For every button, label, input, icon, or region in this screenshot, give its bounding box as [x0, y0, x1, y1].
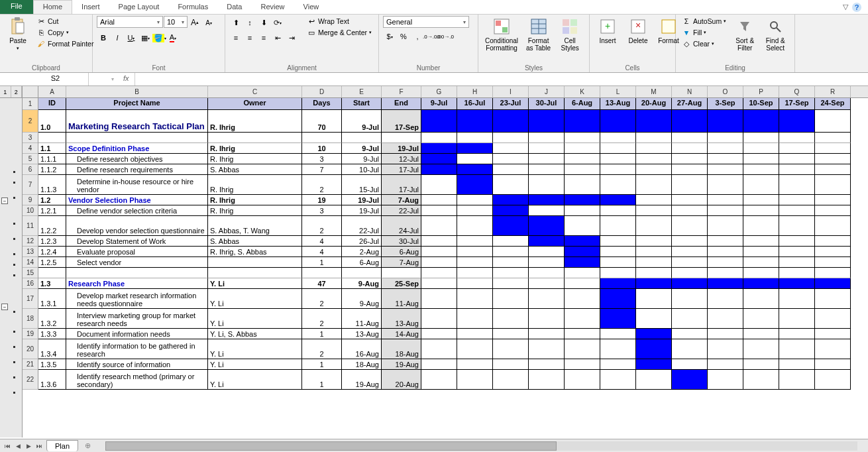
cell[interactable]: 15-Jul	[342, 175, 382, 195]
cell[interactable]: R. Ihrig	[208, 175, 302, 195]
header-cell[interactable]: 13-Aug	[600, 98, 636, 110]
cell[interactable]	[421, 175, 457, 195]
cell[interactable]	[529, 329, 565, 339]
cell[interactable]	[708, 164, 743, 175]
col-header-G[interactable]: G	[421, 86, 457, 97]
cell[interactable]	[565, 175, 600, 195]
col-header-F[interactable]: F	[382, 86, 421, 97]
cell[interactable]: 19	[302, 195, 342, 205]
cell[interactable]	[815, 133, 851, 143]
cell[interactable]	[421, 339, 457, 359]
orientation-button[interactable]: ⟳▾	[271, 16, 284, 29]
cell[interactable]	[600, 205, 636, 216]
row-header-20[interactable]: 20	[23, 339, 38, 359]
col-header-P[interactable]: P	[743, 86, 779, 97]
cell[interactable]: Document information needs	[66, 329, 208, 339]
cell[interactable]	[815, 329, 851, 339]
cell[interactable]	[672, 175, 708, 195]
cell[interactable]: 13-Aug	[342, 329, 382, 339]
row-header-18[interactable]: 18	[23, 309, 38, 329]
cell[interactable]: S. Abbas	[208, 236, 302, 247]
cell[interactable]: Y. Li	[208, 289, 302, 309]
underline-button[interactable]: U▾	[125, 31, 138, 44]
shrink-font-button[interactable]: A▾	[202, 16, 215, 29]
insert-cells-button[interactable]: +Insert	[594, 16, 622, 46]
cell[interactable]	[779, 154, 815, 164]
font-color-button[interactable]: A▾	[166, 31, 180, 44]
formula-input[interactable]	[135, 73, 868, 85]
row-header-9[interactable]: 9	[23, 195, 38, 205]
cell[interactable]: 19-Jul	[342, 195, 382, 205]
grow-font-button[interactable]: A▴	[188, 16, 201, 29]
cell[interactable]	[815, 164, 851, 175]
cell[interactable]	[815, 339, 851, 359]
header-cell[interactable]: Owner	[208, 98, 302, 110]
cell[interactable]	[565, 164, 600, 175]
cell[interactable]: 1.1.1	[38, 154, 66, 164]
cell[interactable]	[636, 339, 672, 359]
cell[interactable]	[743, 236, 779, 247]
cell[interactable]	[600, 216, 636, 236]
cell[interactable]	[779, 216, 815, 236]
cell[interactable]	[815, 195, 851, 205]
horizontal-scrollbar[interactable]	[105, 441, 857, 451]
cell[interactable]	[815, 154, 851, 164]
cell[interactable]	[457, 329, 493, 339]
cell[interactable]	[457, 257, 493, 268]
cell[interactable]	[600, 278, 636, 289]
cell[interactable]	[672, 339, 708, 359]
header-cell[interactable]: 16-Jul	[457, 98, 493, 110]
cell[interactable]	[565, 257, 600, 268]
cell[interactable]	[565, 339, 600, 359]
cell[interactable]	[342, 133, 382, 143]
cut-button[interactable]: ✂Cut	[34, 16, 95, 27]
tab-data[interactable]: Data	[217, 0, 251, 14]
cell[interactable]	[421, 247, 457, 257]
header-cell[interactable]: ID	[38, 98, 66, 110]
cell[interactable]	[493, 359, 529, 370]
cell[interactable]	[457, 359, 493, 370]
cell[interactable]	[815, 309, 851, 329]
delete-cells-button[interactable]: ×Delete	[624, 16, 652, 46]
cell[interactable]: 1.2.4	[38, 247, 66, 257]
cell[interactable]	[457, 309, 493, 329]
cell[interactable]	[493, 236, 529, 247]
cell[interactable]	[565, 289, 600, 309]
fx-button[interactable]: fx	[118, 73, 135, 85]
header-cell[interactable]: 6-Aug	[565, 98, 600, 110]
cell[interactable]	[457, 164, 493, 175]
cell[interactable]: 1.3.3	[38, 329, 66, 339]
help-icon[interactable]: ?	[852, 3, 861, 12]
cell[interactable]	[779, 339, 815, 359]
row-header-5[interactable]: 5	[23, 154, 38, 164]
cell[interactable]	[565, 195, 600, 205]
cell[interactable]: 20-Aug	[382, 370, 421, 390]
cell[interactable]	[38, 133, 66, 143]
align-center-button[interactable]: ≡	[243, 31, 256, 44]
cell[interactable]	[672, 359, 708, 370]
cell[interactable]	[493, 370, 529, 390]
cell[interactable]	[636, 154, 672, 164]
cell[interactable]: R. Ihrig	[208, 205, 302, 216]
cell[interactable]	[708, 205, 743, 216]
cell[interactable]	[708, 359, 743, 370]
cell[interactable]	[493, 257, 529, 268]
cell[interactable]: Scope Definition Phase	[66, 143, 208, 154]
cell[interactable]	[457, 110, 493, 133]
cell[interactable]	[493, 133, 529, 143]
tab-insert[interactable]: Insert	[72, 0, 109, 14]
bold-button[interactable]: B	[97, 31, 110, 44]
cell[interactable]: 1.3.1	[38, 289, 66, 309]
cell[interactable]: S. Abbas	[208, 164, 302, 175]
cell[interactable]	[815, 110, 851, 133]
header-cell[interactable]: 23-Jul	[493, 98, 529, 110]
cell[interactable]	[779, 289, 815, 309]
cell[interactable]	[672, 154, 708, 164]
row-header-13[interactable]: 13	[23, 247, 38, 257]
cell[interactable]: 4	[302, 236, 342, 247]
cell[interactable]	[743, 329, 779, 339]
cell[interactable]	[815, 247, 851, 257]
cell[interactable]: Determine in-house resource or hire vend…	[66, 175, 208, 195]
row-header-7[interactable]: 7	[23, 175, 38, 195]
cell[interactable]: 1	[302, 257, 342, 268]
